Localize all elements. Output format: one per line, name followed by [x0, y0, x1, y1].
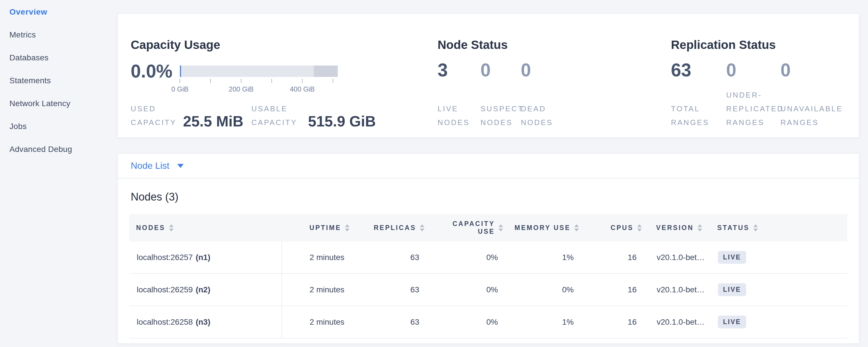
memory-use-cell: 1%: [510, 306, 586, 338]
status-badge: LIVE: [718, 251, 746, 264]
sidebar-item-statements[interactable]: Statements: [9, 69, 117, 92]
replication-status-section: Replication Status 63 TOTAL RANGES 0 UND…: [671, 14, 859, 137]
column-header-label: STATUS: [717, 224, 750, 232]
version-cell: v20.1.0-bet…: [649, 242, 710, 273]
total-ranges-stat: 63 TOTAL RANGES: [671, 52, 726, 129]
live-nodes-stat: 3 LIVE NODES: [438, 52, 480, 129]
sort-icon: [753, 224, 758, 231]
column-header-replicas[interactable]: REPLICAS: [357, 214, 432, 242]
table-row: localhost:26258 (n3) 2 minutes 63 0% 1% …: [129, 306, 847, 339]
node-list-dropdown-label: Node List: [131, 160, 169, 171]
capacity-use-cell: 0%: [432, 274, 510, 306]
node-id: (n3): [196, 318, 210, 327]
capacity-usage-section: Capacity Usage 0.0% 0 GiB 200 GiB 400 Gi…: [118, 14, 438, 137]
version-cell: v20.1.0-bet…: [649, 306, 710, 338]
cpus-cell: 16: [586, 242, 649, 273]
suspect-nodes-label: SUSPECT NODES: [480, 102, 518, 129]
sort-icon: [169, 224, 174, 231]
status-cell: LIVE: [710, 242, 847, 273]
status-badge: LIVE: [718, 316, 746, 328]
unavailable-ranges-stat: 0 UNAVAILABLE RANGES: [780, 52, 859, 129]
sort-icon: [637, 224, 642, 231]
node-cell: localhost:26257 (n1): [129, 242, 282, 273]
node-id: (n1): [196, 253, 210, 262]
column-header-nodes[interactable]: NODES: [129, 214, 282, 242]
capacity-percent: 0.0%: [131, 61, 180, 81]
column-header-label: MEMORY USE: [515, 224, 570, 232]
column-header-label: NODES: [136, 224, 165, 232]
version-cell: v20.1.0-bet…: [649, 274, 710, 306]
node-cell: localhost:26258 (n3): [129, 306, 282, 338]
suspect-nodes-stat: 0 SUSPECT NODES: [480, 52, 521, 129]
node-cell: localhost:26259 (n2): [129, 274, 282, 306]
column-header-status[interactable]: STATUS: [710, 214, 847, 242]
node-link[interactable]: localhost:26258: [137, 318, 193, 327]
node-id: (n2): [196, 285, 210, 294]
sidebar-item-jobs[interactable]: Jobs: [9, 115, 117, 138]
replicas-cell: 63: [357, 306, 432, 338]
under-replicated-ranges-value: 0: [726, 60, 780, 80]
column-header-cpus[interactable]: CPUS: [586, 214, 649, 242]
sort-icon: [498, 224, 503, 231]
column-header-label: CPUS: [611, 224, 633, 232]
chevron-down-icon: [177, 164, 184, 168]
under-replicated-ranges-stat: 0 UNDER-REPLICATED RANGES: [726, 52, 780, 129]
nodes-table: NODES UPTIME REPLICAS CAPACITY USE MEMOR…: [129, 214, 847, 339]
sidebar-item-network-latency[interactable]: Network Latency: [9, 92, 117, 115]
axis-tick: [180, 79, 180, 83]
uptime-cell: 2 minutes: [282, 242, 357, 273]
memory-use-cell: 0%: [510, 274, 586, 306]
node-list-dropdown[interactable]: Node List: [118, 154, 859, 179]
dead-nodes-stat: 0 DEAD NODES: [521, 52, 671, 129]
axis-tick: [302, 79, 303, 83]
column-header-label: REPLICAS: [374, 224, 416, 232]
column-header-version[interactable]: VERSION: [649, 214, 710, 242]
sidebar-item-overview[interactable]: Overview: [9, 1, 117, 24]
unavailable-ranges-value: 0: [780, 60, 859, 80]
unavailable-ranges-label: UNAVAILABLE RANGES: [780, 102, 849, 129]
dead-nodes-label: DEAD NODES: [521, 102, 561, 129]
nodes-table-section: Nodes (3) NODES UPTIME REPLICAS CAPACITY…: [118, 179, 859, 339]
cluster-summary-card: Capacity Usage 0.0% 0 GiB 200 GiB 400 Gi…: [117, 13, 860, 138]
sidebar: Overview Metrics Databases Statements Ne…: [0, 0, 117, 347]
node-link[interactable]: localhost:26257: [137, 253, 193, 262]
uptime-cell: 2 minutes: [282, 306, 357, 338]
node-status-title: Node Status: [438, 38, 671, 52]
axis-tick: [241, 79, 241, 83]
node-link[interactable]: localhost:26259: [137, 285, 193, 294]
sort-icon: [698, 224, 702, 231]
sort-icon: [345, 224, 349, 231]
nodes-heading: Nodes (3): [131, 190, 847, 204]
total-ranges-label: TOTAL RANGES: [671, 102, 711, 129]
capacity-usage-title: Capacity Usage: [131, 38, 438, 52]
axis-label-0: 0 GiB: [171, 85, 188, 93]
axis-tick: [271, 79, 272, 83]
under-replicated-ranges-label: UNDER-REPLICATED RANGES: [726, 88, 778, 129]
uptime-cell: 2 minutes: [282, 274, 357, 306]
replicas-cell: 63: [357, 274, 432, 306]
usable-capacity-label: USABLE CAPACITY: [251, 102, 294, 129]
node-status-stats: 3 LIVE NODES 0 SUSPECT NODES 0 DEAD NODE…: [438, 52, 671, 129]
axis-tick: [210, 79, 211, 83]
usable-capacity-value: 515.9 GiB: [308, 114, 376, 129]
column-header-label: UPTIME: [309, 224, 341, 232]
sidebar-item-databases[interactable]: Databases: [9, 46, 117, 69]
live-nodes-label: LIVE NODES: [438, 102, 475, 129]
capacity-bar: 0 GiB 200 GiB 400 GiB: [180, 65, 338, 77]
used-capacity-value: 25.5 MiB: [183, 114, 243, 129]
column-header-uptime[interactable]: UPTIME: [282, 214, 357, 242]
column-header-label: VERSION: [656, 224, 694, 232]
dead-nodes-value: 0: [521, 60, 671, 80]
capacity-use-cell: 0%: [432, 306, 510, 338]
axis-label-200: 200 GiB: [229, 85, 254, 93]
nodes-table-header: NODES UPTIME REPLICAS CAPACITY USE MEMOR…: [129, 214, 847, 242]
used-capacity-label: USED CAPACITY: [131, 102, 169, 129]
sidebar-item-metrics[interactable]: Metrics: [9, 24, 117, 46]
status-badge: LIVE: [718, 283, 746, 296]
column-header-capacity-use[interactable]: CAPACITY USE: [432, 214, 510, 242]
column-header-memory-use[interactable]: MEMORY USE: [510, 214, 586, 242]
live-nodes-value: 3: [438, 60, 480, 80]
suspect-nodes-value: 0: [480, 60, 521, 80]
sidebar-item-advanced-debug[interactable]: Advanced Debug: [9, 138, 117, 161]
status-cell: LIVE: [710, 306, 847, 338]
